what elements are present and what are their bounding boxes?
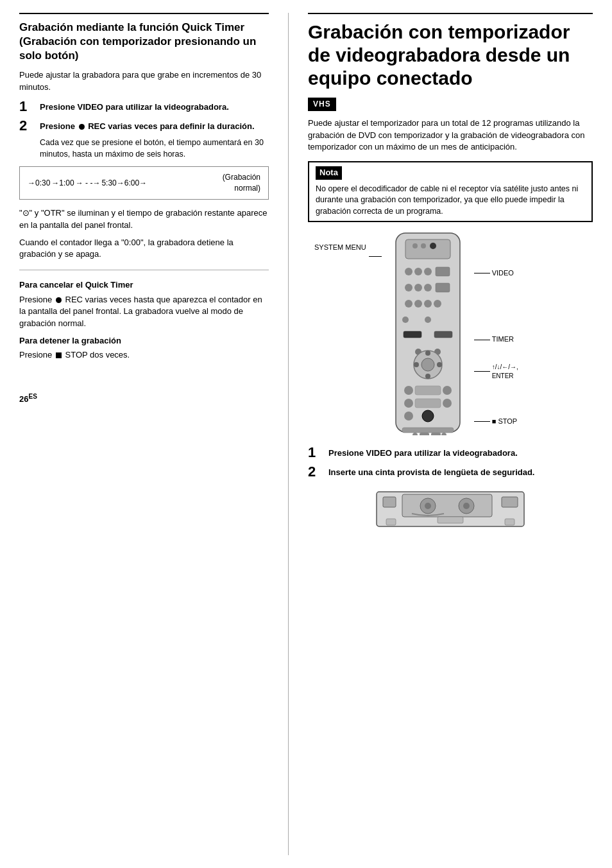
divider-1 [19, 270, 269, 270]
otr-note: "⊙" y "OTR" se iluminan y el tiempo de g… [19, 207, 269, 232]
svg-point-34 [443, 399, 452, 408]
step-2-body: Cada vez que se presione el botón, el ti… [40, 137, 269, 160]
right-step-2-num: 2 [308, 464, 326, 480]
vhs-badge: VHS [308, 98, 336, 111]
svg-point-9 [405, 284, 412, 291]
left-section-title: Grabación mediante la función Quick Time… [19, 21, 269, 63]
svg-rect-40 [431, 433, 441, 435]
timer-diagram: →0:30 →1:00 → - -→ 5:30→6:00→ (Grabación… [19, 166, 269, 200]
remote-with-labels: SYSTEM MENU [314, 230, 593, 438]
svg-point-46 [425, 503, 431, 509]
right-step-1-num: 1 [308, 445, 326, 460]
cancel-text: Presione REC varias veces hasta que apar… [19, 294, 269, 331]
svg-point-25 [425, 351, 430, 356]
right-step-2-text: Inserte una cinta provista de lengüeta d… [328, 464, 534, 478]
svg-rect-19 [404, 331, 421, 338]
svg-point-10 [414, 284, 422, 291]
page: Grabación mediante la función Quick Time… [0, 0, 612, 868]
right-top-rule [308, 13, 593, 14]
video-label: VIDEO [492, 268, 514, 278]
svg-rect-37 [402, 428, 454, 433]
left-lines [369, 230, 382, 257]
svg-rect-39 [420, 433, 429, 435]
svg-point-5 [405, 268, 412, 275]
remote-illustration-area: SYSTEM MENU [314, 230, 593, 438]
system-menu-line [369, 256, 382, 257]
nav-label: ↑/↓/←/→,ENTER [492, 363, 518, 381]
stop-bullet [56, 352, 62, 358]
svg-rect-33 [415, 399, 441, 408]
top-rule [19, 13, 269, 14]
right-labels: VIDEO TIMER ↑/↓/←/→,ENTER [474, 230, 518, 426]
svg-rect-12 [436, 283, 450, 292]
step-1-number: 1 [19, 99, 37, 114]
timer-label: TIMER [492, 334, 514, 344]
svg-point-28 [437, 362, 442, 367]
rec-bullet-2 [56, 297, 62, 303]
svg-point-18 [425, 317, 431, 323]
svg-rect-44 [402, 494, 492, 517]
svg-point-4 [430, 243, 436, 249]
svg-rect-49 [502, 497, 518, 507]
svg-rect-43 [383, 497, 396, 507]
svg-point-11 [424, 284, 432, 291]
svg-point-35 [404, 412, 413, 421]
right-intro: Puede ajustar el temporizador para un to… [308, 117, 593, 154]
svg-point-48 [463, 503, 470, 509]
remote-svg-container [383, 230, 473, 438]
left-intro: Puede ajustar la grabadora para que grab… [19, 69, 269, 94]
svg-rect-20 [434, 331, 452, 338]
nav-line [474, 371, 490, 372]
left-column: Grabación mediante la función Quick Time… [19, 13, 289, 855]
video-line [474, 273, 490, 273]
page-number: 26ES [19, 392, 269, 406]
timer-sequence: →0:30 →1:00 → - -→ 5:30→6:00→ [28, 178, 147, 189]
remote-control-svg [383, 230, 473, 435]
svg-point-6 [414, 268, 422, 275]
nota-text: No opere el decodificador de cable ni el… [316, 184, 585, 218]
svg-point-24 [421, 358, 434, 371]
timer-note: (Grabaciónnormal) [223, 172, 260, 194]
svg-point-32 [404, 399, 413, 408]
svg-point-29 [404, 386, 413, 395]
system-menu-label: SYSTEM MENU [314, 243, 366, 252]
timer-line [474, 340, 490, 340]
svg-point-27 [414, 362, 419, 367]
two-column-layout: Grabación mediante la función Quick Time… [19, 13, 593, 855]
svg-point-38 [412, 433, 418, 435]
svg-rect-30 [415, 386, 441, 395]
stop-line [474, 421, 490, 422]
svg-point-16 [434, 300, 441, 308]
svg-rect-52 [386, 519, 396, 525]
right-step-2: 2 Inserte una cinta provista de lengüeta… [308, 464, 593, 480]
svg-rect-8 [436, 267, 450, 276]
step-2-text: Presione REC varias veces para definir l… [40, 118, 255, 132]
nota-title: Nota [316, 166, 342, 179]
nota-box: Nota No opere el decodificador de cable … [308, 161, 593, 222]
nav-label-row: ↑/↓/←/→,ENTER [474, 363, 518, 381]
right-column: Grabación con temporizador de videograba… [308, 13, 593, 855]
tape-svg [373, 487, 527, 532]
svg-point-2 [412, 243, 418, 248]
svg-point-31 [443, 386, 452, 395]
stop-title: Para detener la grabación [19, 335, 269, 347]
rec-bullet [79, 124, 85, 130]
svg-point-17 [402, 317, 409, 323]
video-label-row: VIDEO [474, 268, 518, 278]
counter-note: Cuando el contador llega a "0:00", la gr… [19, 237, 269, 261]
svg-rect-1 [405, 239, 450, 259]
step-1-text: Presione VIDEO para utilizar la videogra… [40, 99, 229, 113]
right-step-1: 1 Presione VIDEO para utilizar la videog… [308, 445, 593, 460]
svg-point-41 [441, 433, 446, 435]
svg-rect-50 [438, 517, 463, 523]
svg-point-14 [414, 300, 422, 308]
svg-rect-51 [505, 519, 514, 525]
stop-label: ■ STOP [492, 417, 517, 426]
left-step-1: 1 Presione VIDEO para utilizar la videog… [19, 99, 269, 114]
cancel-title: Para cancelar el Quick Timer [19, 279, 269, 291]
svg-point-15 [424, 300, 432, 308]
svg-point-7 [424, 268, 432, 275]
stop-text: Presione STOP dos veces. [19, 349, 269, 361]
tape-illustration [308, 487, 593, 532]
left-labels: SYSTEM MENU [314, 230, 366, 252]
